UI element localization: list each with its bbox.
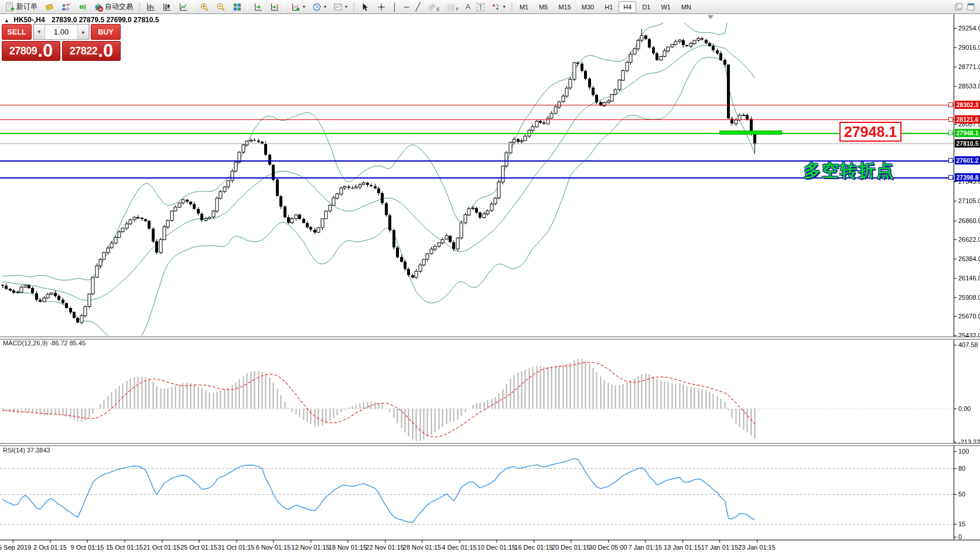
- periods-button[interactable]: ▾: [309, 1, 329, 13]
- ohlc-values: 27839.0 27879.5 27699.0 27810.5: [52, 16, 159, 24]
- line-drag-handle[interactable]: [948, 117, 953, 122]
- channel-tool-button[interactable]: E: [424, 1, 442, 13]
- toolbar-grip[interactable]: [138, 2, 141, 12]
- volume-input[interactable]: [45, 25, 77, 39]
- line-drag-handle[interactable]: [948, 158, 953, 163]
- market-watch-button[interactable]: [57, 1, 73, 13]
- new-order-icon: [5, 2, 15, 12]
- zoom-out-button[interactable]: [213, 1, 228, 13]
- timeframe-button-m15[interactable]: M15: [554, 1, 575, 13]
- window-icon[interactable]: [966, 2, 976, 12]
- timeframe-button-m1[interactable]: M1: [515, 1, 533, 13]
- volume-decrease-button[interactable]: ▼: [33, 25, 45, 39]
- history-center-button[interactable]: [41, 1, 57, 13]
- timeframe-button-mn[interactable]: MN: [677, 1, 696, 13]
- timeframe-button-m30[interactable]: M30: [577, 1, 599, 13]
- text-icon: A: [465, 2, 470, 11]
- periods-clock-icon: [312, 2, 322, 12]
- price-axis-tick: 26384.0: [958, 255, 980, 263]
- templates-button[interactable]: ▾: [330, 1, 350, 13]
- text-tool-button[interactable]: A: [462, 1, 473, 13]
- sounds-button[interactable]: [74, 1, 90, 13]
- toolbar-separator: [285, 2, 285, 12]
- window-icon[interactable]: [954, 2, 964, 12]
- line-drag-handle[interactable]: [948, 102, 953, 107]
- new-order-button[interactable]: 新订单: [2, 1, 40, 13]
- line-drag-handle[interactable]: [948, 131, 953, 135]
- horizontal-line-tool-button[interactable]: ─: [401, 1, 412, 13]
- tile-windows-button[interactable]: [229, 1, 245, 13]
- current-price-line: [0, 143, 954, 144]
- time-axis-label: 6 Nov 01:15: [256, 544, 291, 551]
- pane-separator[interactable]: [0, 443, 980, 446]
- buy-price-button[interactable]: 27822 .0: [62, 41, 121, 61]
- main-toolbar: 新订单 自动交易: [0, 0, 980, 14]
- green-highlight-segment[interactable]: [719, 131, 782, 135]
- bar-chart-icon: [145, 2, 155, 12]
- price-axis-tick: 100: [958, 447, 969, 455]
- time-axis-corner: [954, 540, 980, 552]
- equidistant-channel-icon: [426, 2, 436, 12]
- price-level-line[interactable]: [0, 105, 954, 105]
- toolbar-grip[interactable]: [510, 2, 513, 12]
- time-axis-label: 20 Dec 01:15: [552, 544, 590, 551]
- indicators-icon: [291, 2, 301, 12]
- fibonacci-tool-button[interactable]: F: [443, 1, 462, 13]
- line-chart-icon: [178, 2, 188, 12]
- price-level-line[interactable]: [0, 133, 954, 134]
- candlestick-chart-button[interactable]: [159, 1, 175, 13]
- zoom-in-button[interactable]: [196, 1, 212, 13]
- time-axis[interactable]: 25 Sep 20192 Oct 01:159 Oct 01:1515 Oct …: [0, 540, 954, 552]
- crosshair-tool-button[interactable]: [373, 1, 389, 13]
- chart-shift-marker[interactable]: [708, 15, 713, 19]
- time-axis-label: 7 Jan 01:15: [629, 544, 663, 551]
- price-level-line[interactable]: [0, 119, 954, 120]
- chart-shift-button[interactable]: [267, 1, 282, 13]
- arrows-tool-button[interactable]: ▾: [488, 1, 508, 13]
- zoom-out-icon: [216, 2, 226, 12]
- sell-button[interactable]: SELL: [2, 24, 32, 40]
- buy-price-main: 27822: [70, 45, 98, 57]
- price-axis[interactable]: 29254.029016.028771.028533.028057.027343…: [954, 14, 980, 540]
- price-axis-tick: 28533.0: [958, 82, 980, 90]
- timeframe-button-h4[interactable]: H4: [619, 1, 636, 13]
- toolbar-corner-icons: [954, 2, 978, 12]
- auto-scroll-button[interactable]: [250, 1, 266, 13]
- cursor-tool-button[interactable]: [357, 1, 373, 13]
- price-callout-label[interactable]: 27948.1: [839, 122, 902, 142]
- timeframe-button-h1[interactable]: H1: [600, 1, 617, 13]
- label-tool-button[interactable]: T: [474, 1, 487, 13]
- horizontal-line-icon: ─: [404, 2, 409, 11]
- pane-separator[interactable]: [0, 337, 980, 340]
- line-chart-button[interactable]: [175, 1, 191, 13]
- symbol-period-label: HK50-,H4: [13, 16, 45, 24]
- turning-point-annotation[interactable]: 多空转折点: [804, 159, 894, 183]
- timeframe-button-m5[interactable]: M5: [534, 1, 552, 13]
- price-axis-tick: 26860.0: [958, 217, 980, 225]
- trendline-tool-button[interactable]: ╱: [412, 1, 423, 13]
- toolbar-separator: [247, 2, 248, 12]
- one-click-collapse-arrow[interactable]: ▲: [4, 18, 9, 23]
- chevron-down-icon: ▾: [303, 4, 305, 9]
- one-click-trading-panel: SELL ▼ ▲ BUY 27809 .0 27822 .0: [2, 24, 121, 61]
- new-order-label: 新订单: [16, 2, 37, 12]
- timeframe-button-w1[interactable]: W1: [656, 1, 675, 13]
- bar-chart-button[interactable]: [142, 1, 158, 13]
- vertical-line-tool-button[interactable]: │: [390, 1, 400, 13]
- vertical-line-icon: │: [392, 2, 397, 11]
- time-axis-label: 15 Oct 01:15: [106, 544, 143, 551]
- timeframe-button-d1[interactable]: D1: [637, 1, 655, 13]
- line-drag-handle[interactable]: [948, 175, 953, 180]
- autotrading-icon: [93, 2, 103, 12]
- macd-indicator-label: MACD(12,26,9) -86.72 85.45: [3, 340, 86, 347]
- buy-button[interactable]: BUY: [91, 24, 121, 40]
- sounds-icon: [77, 2, 87, 12]
- sell-price-button[interactable]: 27809 .0: [2, 41, 60, 61]
- chart-shift-icon: [269, 2, 279, 12]
- toolbar-grip[interactable]: [352, 2, 355, 12]
- price-chart-canvas[interactable]: [0, 14, 954, 552]
- indicators-button[interactable]: ▾: [288, 1, 308, 13]
- price-level-tag: 27948.1: [955, 129, 980, 137]
- volume-increase-button[interactable]: ▲: [77, 25, 89, 39]
- autotrading-button[interactable]: 自动交易: [90, 1, 136, 13]
